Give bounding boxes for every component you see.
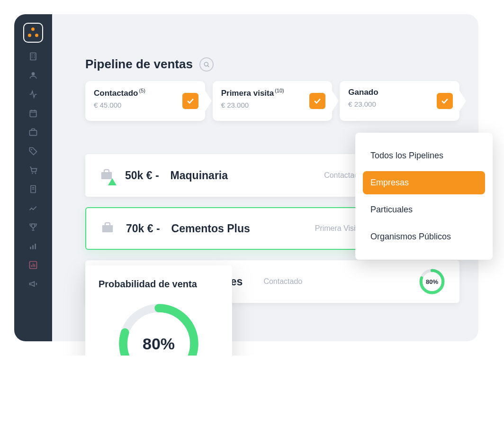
app-window: Pipeline de ventas Contactado(5) € 45.00…	[14, 14, 478, 341]
svg-rect-8	[30, 110, 36, 117]
briefcase-nav-icon[interactable]	[28, 127, 38, 137]
stage-count: (5)	[139, 88, 145, 93]
check-icon	[182, 93, 198, 109]
svg-rect-6	[34, 57, 35, 58]
svg-rect-20	[35, 264, 36, 267]
deal-name: Cementos Plus	[171, 222, 250, 235]
stage-amount: € 23.000	[221, 101, 304, 109]
trophy-icon[interactable]	[28, 222, 38, 232]
bar-chart-icon[interactable]	[28, 241, 38, 251]
svg-rect-18	[31, 265, 32, 267]
megaphone-icon[interactable]	[28, 279, 38, 289]
svg-rect-1	[32, 54, 33, 55]
deal-value: 50k € -	[125, 169, 159, 182]
stage-label: Contactado	[94, 89, 138, 98]
probability-title: Probabilidad de venta	[99, 279, 219, 290]
svg-rect-23	[102, 225, 113, 232]
svg-rect-5	[32, 57, 33, 58]
svg-rect-9	[30, 130, 37, 136]
page-title: Pipeline de ventas	[85, 57, 193, 72]
sidebar	[14, 14, 52, 341]
svg-rect-14	[30, 247, 31, 249]
stage-label: Primera visita	[221, 89, 274, 98]
warning-badge	[108, 178, 117, 185]
probability-card: Probabilidad de venta 80%	[85, 265, 232, 356]
svg-rect-19	[33, 264, 34, 267]
menu-item-empresas[interactable]: Empresas	[363, 171, 485, 194]
calendar-icon[interactable]	[28, 108, 38, 119]
menu-item-organismos[interactable]: Organismos Públicos	[363, 225, 485, 248]
briefcase-icon	[99, 167, 114, 183]
stage-ganado[interactable]: Ganado € 23.000	[340, 81, 459, 121]
deal-value: 70k € -	[126, 222, 160, 235]
search-icon[interactable]	[199, 57, 214, 72]
deal-name: Maquinaria	[171, 169, 228, 182]
chart-line-icon[interactable]	[28, 203, 38, 213]
svg-point-7	[32, 72, 35, 75]
pipeline-stages: Contactado(5) € 45.000 Primera visita(10…	[66, 81, 478, 130]
stage-contactado[interactable]: Contactado(5) € 45.000	[85, 81, 205, 121]
svg-rect-3	[32, 55, 33, 56]
stage-amount: € 45.000	[94, 101, 177, 109]
stage-label: Ganado	[348, 88, 378, 97]
user-icon[interactable]	[28, 70, 38, 81]
stage-primera-visita[interactable]: Primera visita(10) € 23.000	[213, 81, 333, 121]
menu-item-particuales[interactable]: Particuales	[363, 198, 485, 221]
svg-rect-15	[32, 245, 34, 249]
svg-rect-2	[34, 54, 35, 55]
probability-percent: 80%	[116, 301, 201, 356]
activity-icon[interactable]	[28, 89, 38, 100]
document-icon[interactable]	[28, 184, 38, 194]
menu-item-all-pipelines[interactable]: Todos los Pipelines	[363, 144, 485, 167]
app-logo[interactable]	[23, 23, 43, 43]
briefcase-icon	[100, 220, 115, 237]
probability-mini-donut: 80%	[419, 268, 445, 295]
analytics-icon[interactable]	[28, 260, 38, 270]
svg-rect-0	[30, 53, 36, 60]
pipelines-dropdown: Todos los Pipelines Empresas Particuales…	[355, 133, 493, 260]
cart-icon[interactable]	[28, 165, 38, 175]
svg-rect-4	[34, 55, 35, 56]
check-icon	[437, 93, 453, 109]
svg-point-12	[35, 173, 36, 174]
svg-point-21	[204, 62, 208, 66]
stage-amount: € 23.000	[348, 100, 431, 108]
svg-rect-16	[35, 244, 36, 249]
svg-point-11	[32, 173, 33, 174]
svg-point-10	[31, 149, 32, 150]
check-icon	[309, 93, 325, 109]
tag-icon[interactable]	[28, 146, 38, 156]
mini-donut-percent: 80%	[419, 268, 445, 295]
page-header: Pipeline de ventas	[66, 57, 478, 81]
deal-status: Contactado	[263, 277, 302, 286]
probability-donut-chart: 80%	[116, 301, 201, 356]
building-icon[interactable]	[28, 51, 38, 62]
stage-count: (10)	[275, 88, 284, 93]
